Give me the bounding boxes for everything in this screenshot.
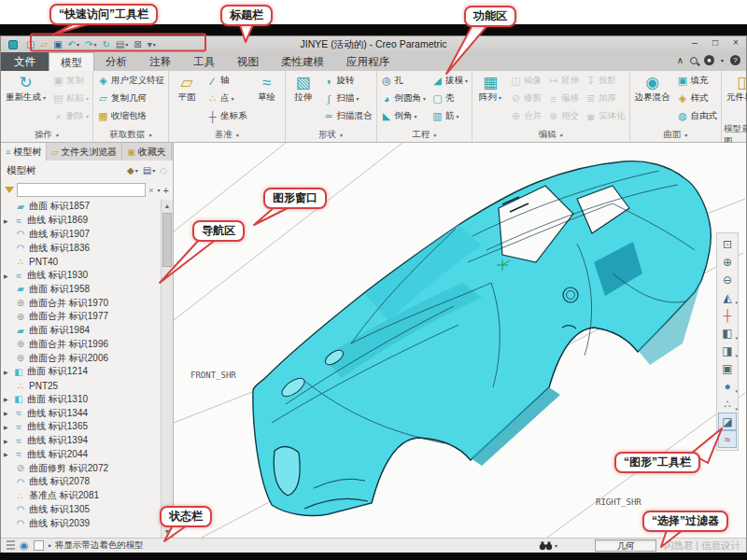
filter-funnel-icon[interactable] <box>5 187 14 193</box>
tree-item[interactable]: ▶≈曲线 标识1394 <box>1 434 161 448</box>
ribbon-button-sketch[interactable]: ≈草绘 <box>251 72 283 104</box>
ribbon-button-style[interactable]: ◈样式 <box>675 90 720 107</box>
tree-item[interactable]: ▶◧曲面 标识1214 <box>1 365 161 379</box>
ribbon-button-shell[interactable]: ▢壳 <box>430 90 470 107</box>
tab-file[interactable]: 文件 <box>1 52 49 71</box>
tab-工具[interactable]: 工具 <box>182 52 226 71</box>
window-gallery-button[interactable]: ▤▾ <box>114 37 130 51</box>
group-label-shapes[interactable]: 形状▾ <box>288 128 374 142</box>
ribbon-button-fill[interactable]: ▣填充 <box>675 72 720 90</box>
display-style-button[interactable]: ◨▾ <box>718 342 737 359</box>
expand-icon[interactable]: ▶ <box>4 217 12 224</box>
ribbon-button-copy-geometry[interactable]: ▱复制几何 <box>95 90 166 107</box>
tree-item[interactable]: ◠曲线 标识1836 <box>1 241 161 255</box>
ribbon-button-csys[interactable]: ┼坐标系 <box>204 107 249 125</box>
tree-item[interactable]: ◠曲线 标识2078 <box>1 475 161 489</box>
close-window-button[interactable]: ⊠ <box>132 37 143 51</box>
ribbon-button-axis[interactable]: ∕轴 <box>204 72 249 90</box>
dropdown-icon[interactable]: ▾ <box>153 41 156 48</box>
group-label-editing[interactable]: 编辑▾ <box>474 128 627 142</box>
save-button[interactable]: ▣ <box>51 37 63 51</box>
group-label-engineering[interactable]: 工程▾ <box>379 128 471 142</box>
tab-柔性建模[interactable]: 柔性建模 <box>270 52 335 71</box>
zoom-out-button[interactable]: ⊖ <box>718 271 737 288</box>
tree-item[interactable]: ∴PNT25 <box>1 379 161 393</box>
tree-settings-arrow[interactable]: ▾ <box>135 167 138 174</box>
ribbon-button-chamfer[interactable]: ◣倒角▾ <box>379 107 429 125</box>
saved-orientations-button[interactable]: ◧▾ <box>718 324 737 342</box>
ribbon-button-draft[interactable]: ◢拔模▾ <box>430 72 470 90</box>
tree-show-arrow[interactable]: ▾ <box>152 167 155 174</box>
tree-item[interactable]: ▰曲面 标识1958 <box>1 283 161 297</box>
ribbon-button-rib[interactable]: ▥筋▾ <box>430 107 470 125</box>
navigator-tab-favorites[interactable]: ▣收藏夹 <box>122 143 172 161</box>
datum-display-button[interactable]: ∴▾ <box>718 395 737 413</box>
ribbon-button-round[interactable]: ◕倒圆角▾ <box>379 90 429 107</box>
filter-add-icon[interactable]: + <box>163 185 169 196</box>
ribbon-button-component-interface[interactable]: ◫元件界面 <box>724 72 747 104</box>
tree-item[interactable]: ▶≈曲线 标识1344 <box>1 406 161 420</box>
status-tree-toggle-icon[interactable] <box>7 540 15 551</box>
spin-center-button[interactable]: ┼ <box>718 306 737 324</box>
filter-clear-icon[interactable]: × <box>148 186 153 195</box>
tab-模型[interactable]: 模型 <box>49 52 94 71</box>
expand-icon[interactable]: ▶ <box>4 424 12 430</box>
account-dropdown-icon[interactable]: ▾ <box>721 57 724 63</box>
tree-item[interactable]: ▶≈曲线 标识2044 <box>1 448 161 462</box>
ribbon-button-point[interactable]: ∴点▾ <box>204 90 249 107</box>
tree-item[interactable]: ⊕曲面合并 标识1977 <box>1 310 161 324</box>
tab-视图[interactable]: 视图 <box>226 52 270 71</box>
repaint-button[interactable]: ◭▾ <box>718 288 737 306</box>
ribbon-button-revolve[interactable]: ◖旋转 <box>321 72 374 90</box>
refit-button[interactable]: ⊡ <box>718 235 737 253</box>
ribbon-button-sweep[interactable]: ∫扫描▾ <box>321 90 374 107</box>
tree-item[interactable]: ∴PNT40 <box>1 255 161 269</box>
tree-item[interactable]: ⊕曲面合并 标识2006 <box>1 351 161 365</box>
expand-icon[interactable]: ▶ <box>4 438 12 444</box>
tree-item[interactable]: ▶≈曲线 标识1930 <box>1 269 161 283</box>
group-label-operations[interactable]: 操作▾ <box>3 128 91 142</box>
help-icon[interactable]: ? <box>730 55 740 65</box>
search-icon[interactable] <box>690 57 698 64</box>
tab-应用程序[interactable]: 应用程序 <box>335 52 401 71</box>
group-label-surfaces[interactable]: 曲面▾ <box>632 128 720 142</box>
tree-scrollbar[interactable]: ▲ ▼ <box>161 200 173 538</box>
dropdown-icon[interactable]: ▾ <box>77 41 79 48</box>
selection-filter-dropdown[interactable]: 几何 <box>595 539 656 552</box>
tree-item[interactable]: ▶◧曲面 标识1310 <box>1 393 161 407</box>
tree-item[interactable]: ▰曲面 标识1857 <box>1 200 161 214</box>
tree-item[interactable]: ▶≈曲线 标识1365 <box>1 420 161 434</box>
annotation-display-button[interactable]: ◪ <box>718 413 737 430</box>
sketch-display-button[interactable]: ≈ <box>718 430 737 448</box>
tab-分析[interactable]: 分析 <box>94 52 138 71</box>
expand-icon[interactable]: ▶ <box>4 451 12 457</box>
status-box-icon[interactable] <box>34 540 44 551</box>
navigator-tab-folder-browser[interactable]: ▱文件夹浏览器 <box>47 143 122 161</box>
redo-button[interactable]: ↷▾ <box>83 37 98 51</box>
ribbon-button-boundary-blend[interactable]: ◉边界混合 <box>632 72 673 104</box>
maximize-button[interactable]: □ <box>709 37 722 48</box>
graphics-window[interactable]: FRONT_SHR RIGHT_SHR ⊡⊕⊖◭▾┼◧▾◨▾▣●▾∴▾◪≈ <box>174 143 746 538</box>
tree-item[interactable]: ⊕曲面合并 标识1996 <box>1 338 161 352</box>
group-label-datum[interactable]: 基准▾ <box>171 128 283 142</box>
status-browser-icon[interactable]: ◉ <box>20 540 29 551</box>
appearance-button[interactable]: ●▾ <box>718 377 737 395</box>
navigator-tab-model-tree[interactable]: ≡模型树 <box>1 143 47 161</box>
dropdown-icon[interactable]: ▾ <box>93 41 96 48</box>
ribbon-button-shrinkwrap[interactable]: ▦收缩包络 <box>95 107 166 125</box>
tree-item[interactable]: ⊕曲面合并 标识1970 <box>1 296 161 310</box>
expand-icon[interactable]: ▶ <box>4 273 12 279</box>
ribbon-button-udf[interactable]: ◈用户定义特征 <box>95 72 166 90</box>
tree-item[interactable]: ⊘曲面修剪 标识2072 <box>1 461 161 475</box>
expand-icon[interactable]: ▶ <box>4 396 12 402</box>
undo-button[interactable]: ↶▾ <box>66 37 81 51</box>
ribbon-button-freestyle[interactable]: ◍自由式 <box>675 107 720 125</box>
minimize-button[interactable]: – <box>688 37 701 48</box>
tree-item[interactable]: ◠曲线 标识1907 <box>1 228 161 242</box>
tree-item[interactable]: ▰曲面 标识1984 <box>1 324 161 338</box>
ribbon-button-regenerate[interactable]: ↻重新生成▾ <box>3 72 49 105</box>
dropdown-icon[interactable]: ▾ <box>125 41 128 48</box>
more-button[interactable]: ▾▾ <box>146 37 158 51</box>
new-button[interactable]: ▢ <box>24 37 36 51</box>
tree-show-icon[interactable]: ▤ <box>143 165 151 175</box>
